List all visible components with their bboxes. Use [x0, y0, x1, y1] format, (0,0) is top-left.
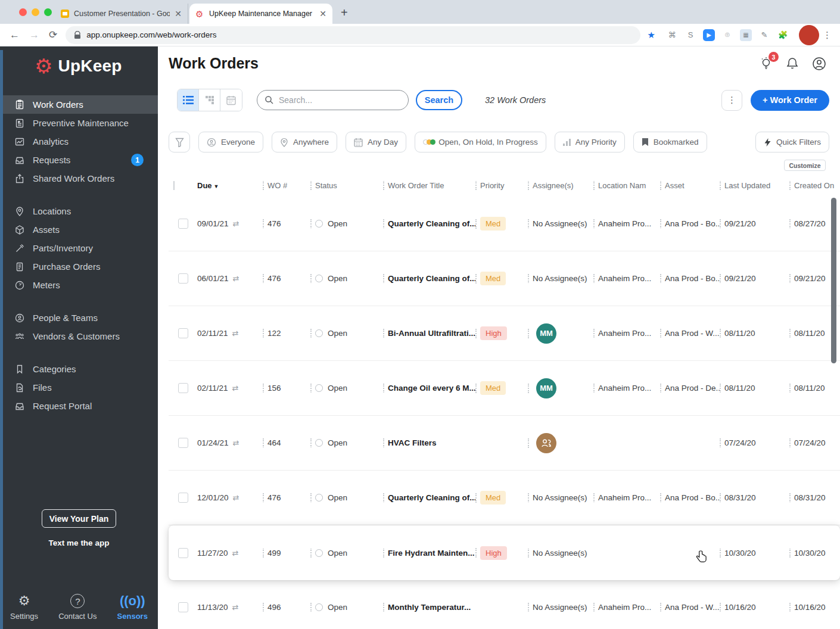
table-row-hovered[interactable]: 11/27/20⇄ 499 Open Fire Hydrant Mainten.…: [169, 525, 840, 580]
row-checkbox[interactable]: [178, 273, 188, 284]
sidebar-item-categories[interactable]: Categories: [0, 360, 158, 378]
list-view-button[interactable]: [178, 89, 199, 111]
sidebar-item-meters[interactable]: Meters: [0, 276, 158, 294]
sidebar-item-files[interactable]: Files: [0, 378, 158, 397]
minimize-window-button[interactable]: [32, 8, 39, 16]
zoom-window-button[interactable]: [44, 8, 52, 16]
row-checkbox[interactable]: [178, 493, 188, 503]
location-filter-button[interactable]: Anywhere: [272, 132, 337, 152]
row-checkbox[interactable]: [178, 219, 188, 229]
row-checkbox[interactable]: [178, 438, 188, 448]
column-status[interactable]: Status: [310, 181, 383, 190]
s-extension-icon[interactable]: S: [685, 29, 696, 41]
zoom-extension-icon[interactable]: ▶: [703, 29, 715, 41]
quick-filters-button[interactable]: Quick Filters: [755, 132, 829, 152]
group-avatar[interactable]: [536, 433, 556, 453]
sidebar-item-shared-work-orders[interactable]: Shared Work Orders: [0, 169, 158, 188]
profile-icon[interactable]: [811, 56, 827, 71]
table-row[interactable]: 12/01/20⇄ 476 Open Quarterly Cleaning of…: [169, 471, 840, 525]
notifications-bell-icon[interactable]: [785, 56, 801, 71]
due-date: 09/01/21: [197, 219, 229, 228]
sidebar-item-work-orders[interactable]: Work Orders: [0, 95, 158, 114]
bookmarked-filter-button[interactable]: Bookmarked: [633, 132, 707, 152]
status-text: Open: [328, 274, 347, 283]
sidebar-item-locations[interactable]: Locations: [0, 202, 158, 220]
search-button[interactable]: Search: [416, 90, 462, 110]
sidebar-item-analytics[interactable]: Analytics: [0, 132, 158, 151]
column-location[interactable]: Location Nam: [593, 181, 660, 190]
table-row[interactable]: 02/11/21⇄ 156 Open Change Oil every 6 M.…: [169, 361, 840, 416]
view-your-plan-button[interactable]: View Your Plan: [42, 509, 116, 528]
scrollbar-thumb[interactable]: [831, 198, 836, 363]
assignee-avatar[interactable]: MM: [536, 378, 556, 398]
column-created-on[interactable]: Created On: [789, 181, 840, 190]
column-asset[interactable]: Asset: [660, 181, 720, 190]
close-window-button[interactable]: [19, 8, 27, 16]
table-row[interactable]: 11/13/20⇄ 496 Open Monthly Temperatur...…: [169, 580, 840, 629]
table-row[interactable]: 02/11/21⇄ 122 Open Bi-Annual Ultrafiltra…: [169, 306, 840, 361]
last-updated: 08/31/20: [720, 493, 789, 502]
status-filter-button[interactable]: Open, On Hold, In Progress: [415, 132, 546, 152]
whats-new-bulb-icon[interactable]: 3: [759, 56, 774, 71]
status-open-icon: [315, 329, 323, 337]
sidebar-item-requests[interactable]: Requests 1: [0, 151, 158, 169]
row-checkbox[interactable]: [178, 602, 188, 612]
upkeep-logo[interactable]: ⚙ UpKeep: [35, 56, 122, 76]
signature-extension-icon[interactable]: ✎: [758, 29, 770, 41]
bookmark-star-icon[interactable]: ★: [648, 30, 655, 41]
row-checkbox[interactable]: [178, 383, 188, 393]
contact-us-button[interactable]: ? Contact Us: [58, 593, 97, 621]
row-checkbox[interactable]: [178, 548, 188, 558]
sidebar-item-assets[interactable]: Assets: [0, 220, 158, 239]
puzzle-extensions-icon[interactable]: 🧩: [777, 29, 789, 41]
assignee-filter-button[interactable]: Everyone: [198, 132, 263, 152]
tab-customer-presentation[interactable]: Customer Presentation - Goog ✕: [55, 4, 188, 24]
filter-funnel-button[interactable]: [169, 132, 190, 152]
work-order-title: Monthly Temperatur...: [383, 603, 475, 612]
calendar-view-button[interactable]: [220, 89, 242, 111]
sidebar-item-request-portal[interactable]: Request Portal: [0, 397, 158, 415]
back-icon[interactable]: ←: [10, 29, 20, 41]
sidebar-item-vendors-customers[interactable]: Vendors & Customers: [0, 327, 158, 345]
sensors-button[interactable]: ((o)) Sensors: [117, 593, 148, 621]
work-order-count: 32 Work Orders: [485, 95, 546, 105]
refresh-icon[interactable]: ⟳: [49, 29, 57, 41]
assignee-avatar[interactable]: MM: [536, 323, 556, 344]
select-all-checkbox[interactable]: [173, 181, 175, 190]
priority-filter-button[interactable]: Any Priority: [555, 132, 625, 152]
screenshot-extension-icon[interactable]: ⌾: [721, 29, 733, 41]
search-box[interactable]: [257, 90, 409, 110]
tab-close-icon[interactable]: ✕: [319, 9, 326, 18]
customize-button[interactable]: Customize: [784, 160, 826, 171]
row-checkbox[interactable]: [178, 328, 188, 338]
sidebar-item-people-teams[interactable]: People & Teams: [0, 309, 158, 327]
date-filter-button[interactable]: Any Day: [346, 132, 406, 152]
camera-extension-icon[interactable]: ⌘: [666, 29, 678, 41]
column-priority[interactable]: Priority: [475, 181, 528, 190]
column-wo-number[interactable]: WO #: [263, 181, 310, 190]
tab-close-icon[interactable]: ✕: [175, 9, 182, 18]
sidebar-item-parts-inventory[interactable]: Parts/Inventory: [0, 239, 158, 257]
column-title[interactable]: Work Order Title: [383, 181, 475, 190]
new-tab-button[interactable]: +: [341, 6, 348, 20]
browser-profile-avatar[interactable]: [799, 25, 819, 45]
text-me-the-app-link[interactable]: Text me the app: [0, 538, 158, 547]
chrome-menu-icon[interactable]: ⋮: [823, 30, 832, 41]
table-row[interactable]: 09/01/21⇄ 476 Open Quarterly Cleaning of…: [169, 197, 840, 251]
column-assignee[interactable]: Assignee(s): [528, 181, 593, 190]
search-input[interactable]: [279, 95, 386, 105]
column-last-updated[interactable]: Last Updated: [720, 181, 789, 190]
column-due[interactable]: Due▼: [192, 181, 263, 190]
window-extension-icon[interactable]: ▦: [740, 29, 752, 41]
settings-button[interactable]: ⚙ Settings: [10, 593, 38, 621]
sidebar-item-purchase-orders[interactable]: Purchase Orders: [0, 257, 158, 276]
more-options-button[interactable]: ⋮: [721, 90, 742, 111]
table-row[interactable]: 06/01/21⇄ 476 Open Quarterly Cleaning of…: [169, 251, 840, 306]
forward-icon[interactable]: →: [29, 29, 39, 41]
board-view-button[interactable]: [199, 89, 220, 111]
table-row[interactable]: 01/24/21⇄ 464 Open HVAC Filters 07/24/20…: [169, 416, 840, 471]
address-bar[interactable]: app.onupkeep.com/web/work-orders: [66, 26, 640, 44]
new-work-order-button[interactable]: + Work Order: [751, 90, 829, 111]
tab-upkeep[interactable]: ⚙ UpKeep Maintenance Manager ✕: [189, 4, 332, 24]
sidebar-item-preventive-maintenance[interactable]: Preventive Maintenance: [0, 114, 158, 132]
